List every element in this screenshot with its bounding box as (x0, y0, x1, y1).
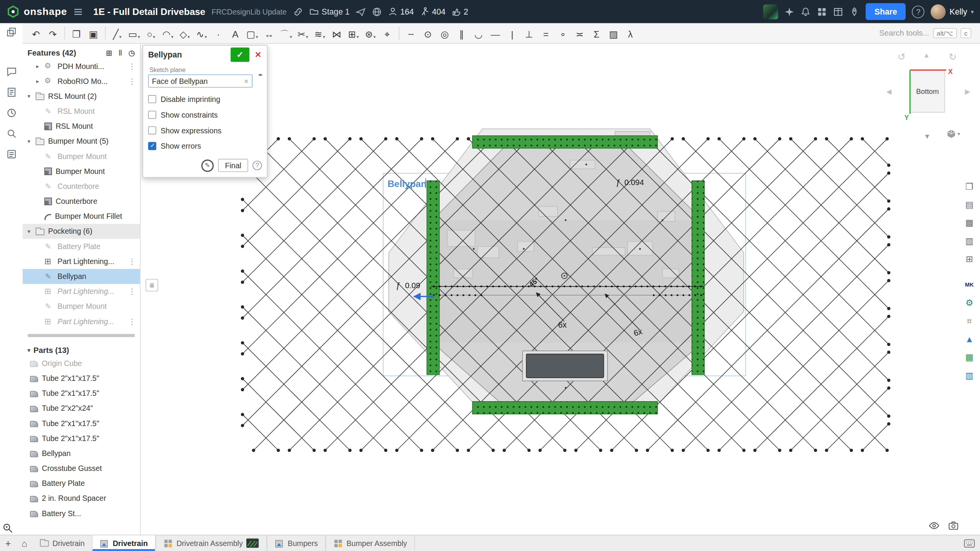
collaborators-count[interactable]: 164 (388, 7, 414, 16)
feature-row[interactable]: ▸ RoboRIO Mo... (23, 74, 140, 89)
document-title[interactable]: 1E - Full Detail Drivebase (93, 6, 205, 17)
insert-image-tool[interactable]: ▣ (85, 25, 102, 41)
slot-tool[interactable]: ▢ (244, 25, 261, 41)
tangent-constraint[interactable]: ◡ (470, 25, 487, 41)
search-icon[interactable] (6, 128, 16, 139)
measure-tool[interactable]: ⌖ (379, 25, 396, 41)
construction-tool[interactable]: ╌ (403, 25, 420, 41)
rotate-west-icon[interactable] (886, 88, 892, 96)
graphics-area[interactable]: ƒ 0.094 ƒ 0.09 45° 6x 6x Bellypan Bellyp… (141, 44, 980, 535)
layers-icon[interactable] (6, 27, 16, 38)
linear-pattern-tool[interactable]: ⊞ (345, 25, 362, 41)
part-row[interactable]: Crosstube Gusset (23, 461, 140, 476)
dialog-option[interactable]: Show expressions (148, 123, 262, 138)
polygon-tool[interactable]: ◇ (176, 25, 193, 41)
battery[interactable] (526, 354, 604, 378)
part-row[interactable]: 2 in. Round Spacer (23, 491, 140, 506)
rollback-history-icon[interactable] (128, 49, 135, 57)
tree-chevron-icon[interactable]: ▾ (28, 138, 36, 144)
history-icon[interactable] (6, 108, 16, 118)
feature-row[interactable]: Battery Plate (23, 239, 140, 254)
dock-sheet-icon[interactable]: ▦ (961, 349, 977, 365)
feature-menu-icon[interactable] (126, 257, 138, 266)
workspace-chip[interactable]: Stage 1 (309, 7, 350, 16)
final-button[interactable]: Final (218, 159, 248, 172)
feature-row[interactable]: Bumper Mount (23, 149, 140, 164)
document-tab[interactable]: Drivetrain Assembly (156, 535, 267, 551)
checkbox[interactable] (148, 142, 156, 150)
visibility-eye-icon[interactable] (929, 520, 939, 531)
cursor-magnifier-icon[interactable] (3, 523, 13, 534)
user-menu[interactable]: Kelly (931, 4, 974, 19)
confirm-button[interactable] (231, 48, 249, 62)
redo-tool[interactable]: ↷ (44, 25, 61, 41)
dimension-value-1[interactable]: 0.094 (624, 178, 644, 187)
feature-row[interactable]: Part Lightening... (23, 284, 140, 299)
toolbar-divider[interactable] (105, 27, 106, 39)
feature-row[interactable]: Counterbore (23, 179, 140, 194)
view-cube-face[interactable]: Bottom (910, 70, 945, 113)
feature-row[interactable]: ▾ Bumper Mount (5) (23, 134, 140, 149)
apps-grid-icon[interactable] (817, 7, 827, 16)
dock-columns-icon[interactable]: ▥ (961, 367, 977, 383)
hatch-tool[interactable]: ▨ (605, 25, 622, 41)
help-icon[interactable] (912, 5, 925, 18)
comments-icon[interactable] (6, 66, 16, 77)
views-count[interactable]: 404 (420, 7, 445, 16)
add-tab-button[interactable] (0, 535, 16, 551)
view-modes-menu[interactable] (946, 129, 960, 139)
trim-tool[interactable]: ✂ (294, 25, 311, 41)
spline-tool[interactable]: ∿ (193, 25, 210, 41)
checkbox[interactable] (148, 95, 156, 103)
symmetric-constraint[interactable]: ≍ (571, 25, 588, 41)
feature-menu-icon[interactable] (126, 317, 138, 326)
rotate-down-icon[interactable] (924, 133, 931, 140)
part-row[interactable]: Tube 2"x1"x17.5" (23, 371, 140, 386)
feature-row[interactable]: Bellypan (23, 269, 140, 284)
part-row[interactable]: Bellypan (23, 446, 140, 461)
dialog-help-icon[interactable] (252, 161, 262, 170)
parallel-constraint[interactable]: ∥ (453, 25, 470, 41)
line-tool[interactable]: ╱ (109, 25, 126, 41)
tree-chevron-icon[interactable]: ▾ (28, 228, 36, 235)
search-tools[interactable]: Search tools... alt/⌥ c (879, 28, 975, 38)
circle-tool[interactable]: ○ (143, 25, 159, 41)
dialog-option[interactable]: Show errors (148, 138, 262, 154)
snapshot-camera-icon[interactable] (948, 520, 959, 531)
notifications-bell-icon[interactable] (801, 7, 811, 16)
sketch-plane-view-icon[interactable] (254, 73, 264, 79)
rotate-up-icon[interactable] (923, 51, 930, 59)
rotate-right-icon[interactable] (949, 51, 957, 62)
sketch-plane-field[interactable]: Face of Bellypan (148, 74, 252, 87)
share-button[interactable]: Share (866, 3, 906, 20)
feature-row[interactable]: Part Lightening... (23, 314, 140, 329)
create-folder-icon[interactable] (106, 49, 112, 57)
dialog-option[interactable]: Disable imprinting (148, 91, 262, 107)
rotate-left-icon[interactable] (898, 51, 906, 62)
checkbox[interactable] (148, 126, 156, 134)
keyboard-shortcuts-icon[interactable] (959, 535, 980, 551)
rocket-icon[interactable] (849, 7, 859, 16)
collaborator-avatar[interactable] (763, 4, 778, 19)
fillet-tool[interactable]: ⌒ (277, 25, 294, 41)
tree-chevron-icon[interactable]: ▾ (28, 93, 36, 99)
feature-row[interactable]: ▾ RSL Mount (2) (23, 89, 140, 104)
variable-tool[interactable]: λ (622, 25, 639, 41)
dock-bom-icon[interactable]: ▦ (961, 215, 977, 231)
plane-icon[interactable] (356, 7, 366, 16)
feature-dialog-list-button[interactable] (146, 279, 158, 292)
rollback-bar[interactable] (28, 334, 135, 337)
home-tab-button[interactable] (16, 535, 32, 551)
feature-row[interactable]: Part Lightening... (23, 254, 140, 269)
dimension-tool[interactable]: ↔ (261, 25, 277, 41)
panels-icon[interactable] (833, 7, 843, 16)
dock-parts-icon[interactable]: ❐ (961, 178, 977, 194)
count-label-1[interactable]: 6x (558, 320, 567, 329)
part-row[interactable]: Tube 2"x1"x17.5" (23, 416, 140, 431)
coincident-constraint[interactable]: ⊙ (420, 25, 436, 41)
perpendicular-constraint[interactable]: ⊥ (521, 25, 538, 41)
feature-row[interactable]: Bumper Mount Fillet (23, 209, 140, 224)
tree-chevron-icon[interactable]: ▸ (36, 78, 44, 84)
part-row[interactable]: Tube 2"x1"x17.5" (23, 431, 140, 446)
document-tab[interactable]: Bumper Assembly (326, 535, 415, 551)
